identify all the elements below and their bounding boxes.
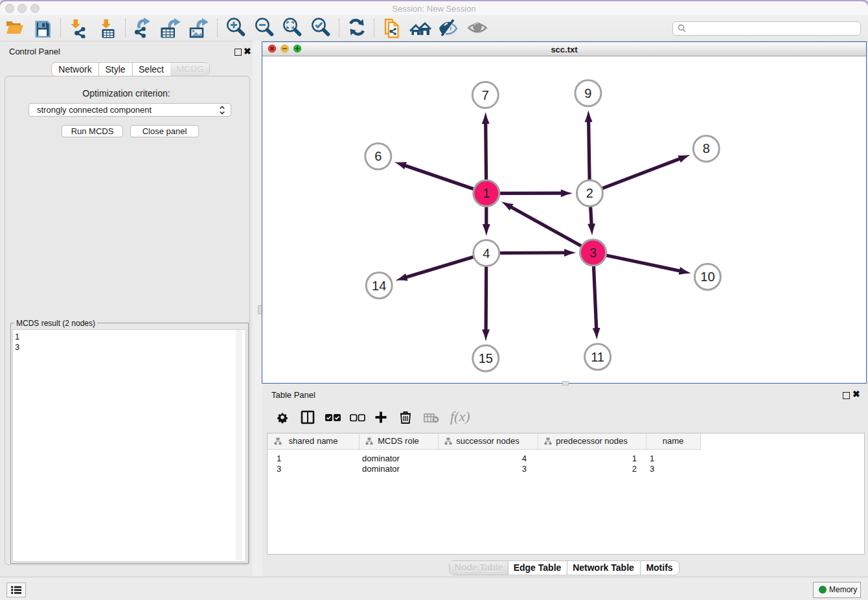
svg-text:11: 11: [591, 350, 604, 364]
svg-text:2: 2: [586, 186, 593, 200]
svg-text:1: 1: [483, 186, 490, 200]
svg-text:4: 4: [483, 246, 490, 260]
svg-text:9: 9: [584, 86, 591, 100]
svg-text:14: 14: [372, 279, 386, 293]
svg-text:15: 15: [479, 351, 493, 365]
svg-text:10: 10: [700, 270, 714, 284]
svg-text:3: 3: [589, 246, 597, 260]
svg-text:7: 7: [482, 88, 489, 102]
svg-text:6: 6: [374, 149, 382, 163]
svg-text:8: 8: [703, 141, 710, 156]
